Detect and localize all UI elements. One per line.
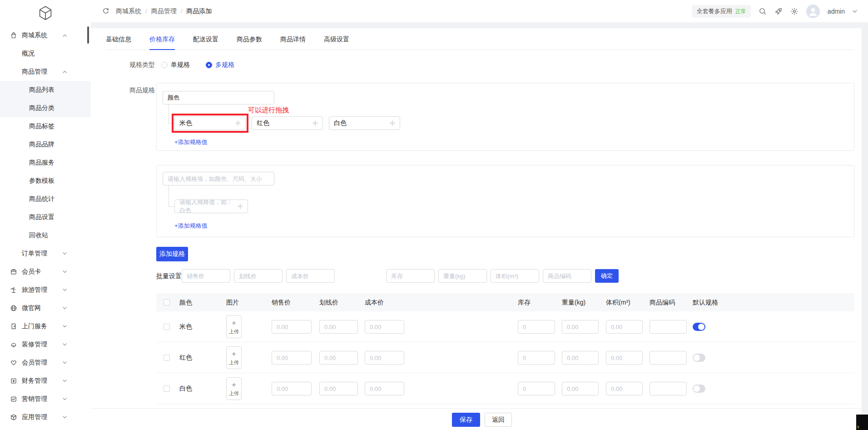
cell-input-成本价[interactable] — [365, 382, 404, 395]
main-scrollbar-track[interactable] — [862, 23, 868, 430]
row-checkbox[interactable] — [164, 324, 170, 330]
app-logo-cube-icon[interactable] — [0, 3, 91, 24]
batch-input-体积(m³)[interactable] — [491, 269, 539, 283]
batch-input-划线价[interactable] — [234, 269, 283, 283]
sidebar-item-概况[interactable]: 概况 — [0, 45, 91, 63]
drag-handle-icon[interactable] — [312, 120, 318, 126]
sidebar-scrollbar-thumb[interactable] — [87, 26, 89, 44]
cell-input-重量(kg)[interactable] — [562, 351, 599, 365]
cell-input-销售价[interactable] — [272, 351, 312, 365]
upload-image-button[interactable]: +上传 — [226, 315, 242, 338]
cell-input-库存[interactable] — [518, 320, 555, 334]
spec-value-chip[interactable]: 红色 — [252, 116, 323, 130]
drag-handle-icon[interactable] — [235, 120, 241, 126]
cell-input-商品编码[interactable] — [650, 320, 687, 334]
sidebar-item-商品标签[interactable]: 商品标签 — [0, 117, 91, 135]
sidebar-item-参数模板[interactable]: 参数模板 — [0, 172, 91, 190]
cell-input-商品编码[interactable] — [650, 382, 687, 395]
sidebar-item-商品列表[interactable]: 商品列表 — [0, 81, 91, 99]
tab-价格库存[interactable]: 价格库存 — [149, 34, 175, 50]
cell-input-商品编码[interactable] — [650, 351, 687, 365]
breadcrumb-item[interactable]: 商城系统 — [116, 7, 141, 15]
tab-配送设置[interactable]: 配送设置 — [193, 34, 218, 50]
add-spec-value-link[interactable]: +添加规格值 — [174, 222, 208, 230]
finance-icon — [10, 377, 17, 385]
username[interactable]: admin — [828, 8, 845, 15]
add-spec-button[interactable]: 添加规格 — [156, 247, 188, 261]
batch-confirm-button[interactable]: 确定 — [595, 269, 619, 283]
add-spec-value-link[interactable]: +添加规格值 — [174, 138, 208, 146]
sidebar-item-订单管理[interactable]: 订单管理 — [0, 245, 91, 263]
tab-商品参数[interactable]: 商品参数 — [237, 34, 262, 50]
cell-input-成本价[interactable] — [365, 320, 404, 334]
sidebar-item-商品管理[interactable]: 商品管理 — [0, 63, 91, 81]
breadcrumb-separator: / — [181, 8, 183, 15]
batch-input-销售价[interactable] — [182, 269, 230, 283]
sidebar-item-装修管理[interactable]: 装修管理 — [0, 335, 91, 354]
cell-input-销售价[interactable] — [272, 382, 312, 395]
cell-input-库存[interactable] — [518, 382, 555, 395]
save-button[interactable]: 保存 — [452, 413, 480, 427]
radio-multi-spec[interactable]: 多规格 — [206, 61, 234, 69]
sidebar-item-旅游管理[interactable]: 旅游管理 — [0, 281, 91, 299]
cell-input-划线价[interactable] — [319, 382, 358, 395]
refresh-icon[interactable] — [102, 8, 109, 15]
rocket-icon[interactable] — [774, 7, 783, 15]
batch-input-重量(kg)[interactable] — [438, 269, 487, 283]
spec-value-chip[interactable]: 白色 — [329, 116, 400, 130]
sidebar-item-label: 会员管理 — [22, 359, 47, 367]
chevron-down-icon[interactable] — [853, 10, 857, 13]
toggle-knob — [694, 355, 700, 361]
spec-value-input[interactable]: 请输入规格值，如：白色 — [174, 200, 248, 213]
upload-image-button[interactable]: +上传 — [226, 377, 242, 400]
spec-name-input[interactable] — [163, 91, 274, 105]
cell-input-成本价[interactable] — [365, 351, 404, 365]
drag-handle-icon[interactable] — [238, 204, 243, 209]
sidebar-item-商品统计[interactable]: 商品统计 — [0, 190, 91, 208]
row-checkbox[interactable] — [164, 385, 170, 392]
breadcrumb-item[interactable]: 商品管理 — [151, 7, 177, 15]
sidebar-item-上门服务[interactable]: 上门服务 — [0, 317, 91, 335]
back-button[interactable]: 返回 — [485, 413, 512, 427]
sidebar-item-微官网[interactable]: 微官网 — [0, 299, 91, 317]
row-checkbox[interactable] — [164, 355, 170, 361]
sidebar-item-商品分类[interactable]: 商品分类 — [0, 99, 91, 117]
sidebar-item-财务管理[interactable]: 财务管理 — [0, 372, 91, 390]
sidebar-item-商品品牌[interactable]: 商品品牌 — [0, 135, 91, 154]
cell-input-销售价[interactable] — [272, 320, 312, 334]
drag-handle-icon[interactable] — [390, 120, 395, 126]
default-spec-toggle[interactable] — [693, 354, 705, 362]
sidebar-item-商品服务[interactable]: 商品服务 — [0, 154, 91, 172]
cell-input-体积(m³)[interactable] — [606, 382, 643, 395]
tab-商品详情[interactable]: 商品详情 — [280, 34, 306, 50]
search-icon[interactable] — [759, 7, 767, 15]
batch-input-库存[interactable] — [386, 269, 435, 283]
cell-input-划线价[interactable] — [319, 320, 358, 334]
upload-image-button[interactable]: +上传 — [226, 346, 242, 369]
batch-input-成本价[interactable] — [286, 269, 335, 283]
cell-input-库存[interactable] — [518, 351, 555, 365]
sidebar-item-回收站[interactable]: 回收站 — [0, 226, 91, 245]
radio-single-spec[interactable]: 单规格 — [161, 61, 190, 69]
batch-input-商品编码[interactable] — [543, 269, 591, 283]
cell-input-重量(kg)[interactable] — [562, 382, 599, 395]
default-spec-toggle[interactable] — [693, 385, 705, 393]
cell-input-体积(m³)[interactable] — [606, 320, 643, 334]
spec-value-chip[interactable]: 米色 — [174, 116, 246, 130]
tab-基础信息[interactable]: 基础信息 — [106, 34, 131, 50]
cell-input-重量(kg)[interactable] — [562, 320, 599, 334]
gear-icon[interactable] — [790, 7, 799, 15]
default-spec-toggle[interactable] — [693, 323, 705, 331]
sidebar-item-商品设置[interactable]: 商品设置 — [0, 208, 91, 226]
sidebar-item-营销管理[interactable]: 营销管理 — [0, 390, 91, 408]
sidebar-item-商城系统[interactable]: 商城系统 — [0, 26, 91, 45]
sidebar-item-应用管理[interactable]: 应用管理 — [0, 408, 91, 426]
sidebar-item-会员卡[interactable]: 会员卡 — [0, 263, 91, 281]
spec-name-input[interactable] — [163, 172, 274, 185]
cell-input-划线价[interactable] — [319, 351, 358, 365]
select-all-checkbox[interactable] — [164, 299, 170, 305]
tab-高级设置[interactable]: 高级设置 — [324, 34, 349, 50]
cell-input-体积(m³)[interactable] — [606, 351, 643, 365]
avatar[interactable] — [806, 5, 820, 18]
sidebar-item-会员管理[interactable]: 会员管理 — [0, 354, 91, 372]
